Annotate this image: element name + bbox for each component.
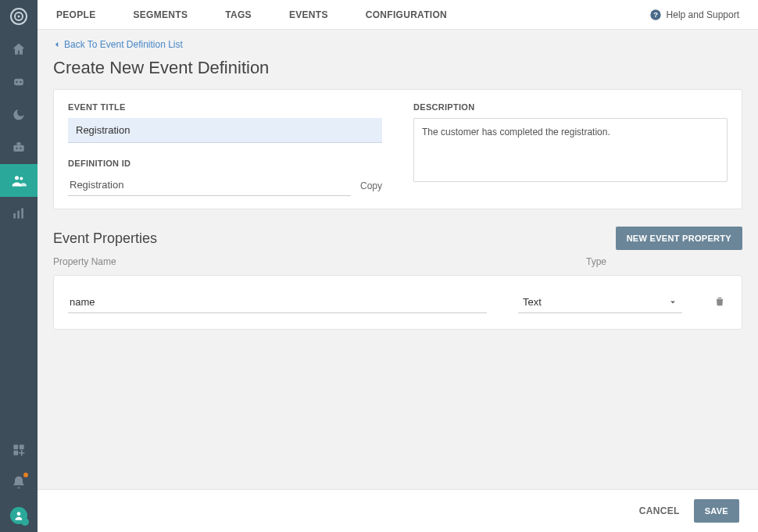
save-button[interactable]: SAVE [694,499,739,523]
cancel-button[interactable]: CANCEL [639,505,680,516]
definition-card: EVENT TITLE DEFINITION ID Copy DESCRIPTI… [53,89,742,209]
svg-point-9 [20,148,21,149]
breadcrumb-label: Back To Event Definition List [64,39,183,50]
moon-icon[interactable] [0,98,38,131]
svg-point-18 [17,512,21,516]
help-icon: ? [649,9,662,21]
svg-rect-17 [13,451,18,455]
chevron-left-icon [53,41,61,48]
properties-title: Event Properties [53,230,616,247]
svg-point-10 [15,176,19,180]
svg-text:?: ? [653,11,658,19]
svg-rect-15 [13,445,18,449]
page-title: Create New Event Definition [53,55,742,89]
svg-point-11 [20,177,23,180]
svg-rect-16 [20,445,24,449]
top-nav: PEOPLE SEGMENTS TAGS EVENTS CONFIGURATIO… [38,0,758,30]
breadcrumb-back[interactable]: Back To Event Definition List [53,30,183,55]
svg-point-4 [16,81,17,83]
help-label: Help and Support [667,9,739,20]
svg-rect-3 [14,79,23,85]
event-title-label: EVENT TITLE [68,102,382,112]
property-row: Text [53,275,742,330]
definition-id-input[interactable] [68,174,351,196]
bell-icon[interactable] [0,466,38,499]
help-support[interactable]: ? Help and Support [649,9,739,21]
chart-icon[interactable] [0,197,38,230]
description-label: DESCRIPTION [413,102,728,112]
nav-segments[interactable]: SEGMENTS [133,9,188,20]
event-title-input[interactable] [68,118,382,143]
chevron-down-icon [668,298,678,307]
bot-icon[interactable] [0,66,38,98]
copy-button[interactable]: Copy [360,180,382,196]
main: PEOPLE SEGMENTS TAGS EVENTS CONFIGURATIO… [38,0,758,532]
property-name-input[interactable] [68,291,487,313]
nav-events[interactable]: EVENTS [289,9,328,20]
col-type: Type [586,256,742,267]
property-type-select[interactable]: Text [518,291,682,313]
nav-configuration[interactable]: CONFIGURATION [366,9,447,20]
robot-icon[interactable] [0,131,38,164]
nav-people[interactable]: PEOPLE [56,9,95,20]
svg-rect-12 [13,213,16,219]
svg-point-5 [20,81,21,83]
apps-icon[interactable] [0,434,38,466]
home-icon[interactable] [0,33,38,66]
avatar-icon[interactable] [0,499,38,532]
svg-point-2 [18,16,20,18]
svg-rect-14 [21,208,23,218]
svg-rect-7 [17,142,21,145]
svg-point-8 [16,148,17,149]
trash-icon [713,295,726,308]
svg-rect-13 [17,211,20,219]
col-property-name: Property Name [53,256,555,267]
logo-icon[interactable] [0,0,38,33]
svg-rect-6 [13,145,23,152]
delete-property-button[interactable] [713,295,728,309]
properties-header: Event Properties NEW EVENT PROPERTY [53,227,742,250]
footer: CANCEL SAVE [38,489,758,532]
sidebar [0,0,38,532]
new-event-property-button[interactable]: NEW EVENT PROPERTY [616,227,742,250]
property-type-value: Text [523,296,542,308]
notification-dot [23,473,28,477]
definition-id-label: DEFINITION ID [68,159,351,168]
nav-tags[interactable]: TAGS [225,9,252,20]
description-input[interactable] [413,118,728,182]
people-icon[interactable] [0,164,38,197]
